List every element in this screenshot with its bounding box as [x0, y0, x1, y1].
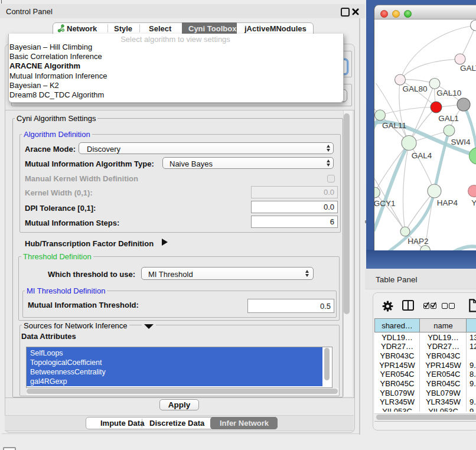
svg-text:GALT: GALT: [460, 64, 476, 73]
svg-text:HAP4: HAP4: [437, 198, 458, 207]
svg-text:GAL11: GAL11: [382, 121, 406, 130]
svg-text:SWI4: SWI4: [451, 138, 470, 146]
svg-text:HAP2: HAP2: [407, 237, 428, 246]
svg-text:GAL10: GAL10: [436, 89, 461, 97]
svg-text:GAL4: GAL4: [412, 151, 432, 160]
svg-text:YJ: YJ: [471, 198, 476, 207]
svg-text:GAL80: GAL80: [402, 84, 427, 93]
svg-text:GAL1: GAL1: [438, 114, 459, 123]
svg-text:GCY1: GCY1: [374, 199, 395, 208]
